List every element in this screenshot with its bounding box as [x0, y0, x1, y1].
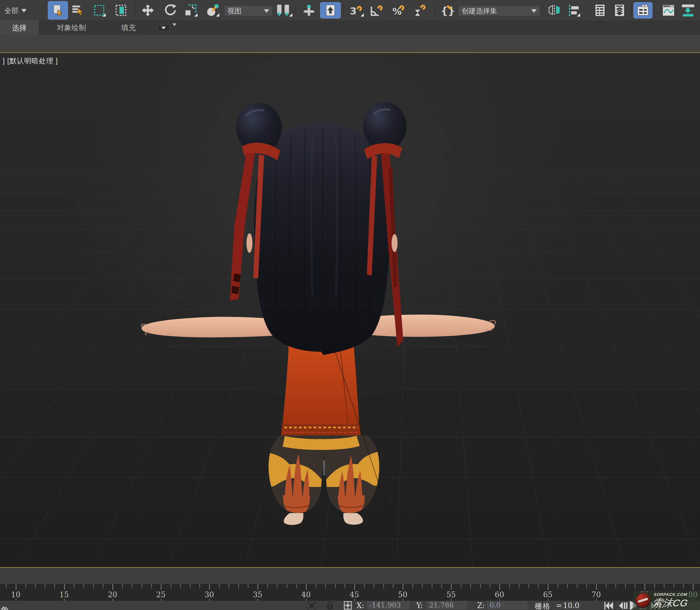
- select-by-name-button[interactable]: [71, 4, 84, 17]
- frame-major-tick-bottom: [451, 598, 452, 601]
- z-coordinate-field[interactable]: 0.0: [487, 601, 527, 609]
- frame-tick: [393, 584, 393, 588]
- frame-tick: [558, 584, 558, 588]
- frame-tick: [171, 584, 171, 588]
- frame-tick: [616, 584, 616, 588]
- selection-filter-dropdown[interactable]: 全部: [1, 5, 30, 16]
- z-label: Z:: [477, 601, 485, 610]
- absolute-mode-icon[interactable]: [343, 601, 352, 610]
- toolbar-separator: [296, 3, 296, 17]
- named-selection-sets-dropdown[interactable]: 创建选择集: [458, 5, 540, 16]
- frame-tick: [470, 584, 471, 588]
- frame-major-tick: [64, 584, 65, 590]
- frame-tick: [567, 584, 567, 588]
- frame-label: 50: [398, 591, 407, 599]
- angle-snap-toggle-button[interactable]: [369, 4, 385, 17]
- minimize-ribbon-button[interactable]: [158, 24, 170, 32]
- window-crossing-toggle-button[interactable]: [114, 4, 128, 17]
- frame-tick: [180, 584, 181, 588]
- rectangular-selection-region-button[interactable]: [92, 4, 106, 17]
- frame-tick: [683, 584, 684, 588]
- curve-editor-icon: [662, 4, 675, 17]
- main-toolbar: 全部: [0, 0, 700, 21]
- select-and-place-button[interactable]: [206, 4, 220, 17]
- frame-tick: [577, 584, 577, 588]
- selection-filter-label: 全部: [4, 6, 18, 15]
- select-object-button[interactable]: [48, 1, 68, 19]
- frame-major-tick-bottom: [596, 598, 597, 601]
- toolbar-separator: [343, 3, 344, 17]
- rectangular-selection-icon: [93, 4, 105, 16]
- mirror-button[interactable]: [547, 4, 561, 17]
- frame-tick: [325, 584, 326, 588]
- frame-major-tick-bottom: [258, 598, 258, 601]
- track-bar[interactable]: [0, 568, 700, 584]
- use-pivot-point-center-button[interactable]: [275, 4, 293, 17]
- frame-major-tick: [644, 584, 645, 590]
- percent-snap-toggle-button[interactable]: %: [392, 4, 406, 17]
- ribbon-options-caret[interactable]: [172, 26, 177, 31]
- frame-label: 70: [592, 591, 601, 599]
- select-by-name-icon: [72, 4, 84, 16]
- select-and-place-icon: [206, 4, 219, 17]
- viewport-shading-label[interactable]: ] [默认明暗处理 ]: [3, 56, 58, 66]
- edit-selection-sets-icon: {}: [441, 4, 454, 17]
- dock-download-button[interactable]: [680, 4, 696, 17]
- frame-major-tick-bottom: [112, 598, 113, 601]
- reference-coordinate-dropdown[interactable]: 视图: [224, 5, 273, 16]
- select-object-icon: [52, 4, 64, 16]
- curve-editor-button[interactable]: [662, 4, 675, 17]
- previous-frame-button[interactable]: [619, 601, 628, 610]
- select-and-rotate-button[interactable]: [163, 4, 177, 17]
- select-and-move-button[interactable]: [141, 4, 155, 17]
- keyboard-override-toggle-button[interactable]: [320, 2, 341, 18]
- left-cheek-sliver: [247, 233, 252, 253]
- snaps-toggle-3d-button[interactable]: 3: [349, 4, 364, 17]
- frame-label: 60: [495, 591, 504, 599]
- chevron-down-icon: [21, 9, 27, 13]
- status-bar: 象 X: -141.903 Y: 21.786 Z: 0.0 栅格 = 10.0: [0, 601, 700, 610]
- frame-major-tick: [693, 584, 694, 590]
- ribbon-toggle-button[interactable]: [634, 2, 652, 18]
- isolate-selection-icon[interactable]: [307, 601, 317, 610]
- frame-major-tick: [403, 584, 403, 590]
- waistband: [281, 424, 361, 435]
- watermark-logo-icon: [634, 592, 652, 608]
- frame-major-tick-bottom: [306, 598, 307, 601]
- reference-coordinate-label: 视图: [228, 6, 242, 16]
- frame-major-tick: [354, 584, 355, 590]
- spinner-snap-toggle-button[interactable]: [414, 4, 428, 17]
- perspective-viewport[interactable]: ] [默认明暗处理 ]: [0, 53, 700, 567]
- toggle-layer-explorer-button[interactable]: [613, 4, 626, 17]
- frame-major-tick: [16, 584, 16, 590]
- frame-label: 30: [205, 591, 214, 599]
- edit-named-selection-sets-button[interactable]: {}: [440, 4, 454, 17]
- align-button[interactable]: [567, 4, 580, 17]
- chevron-down-icon: [172, 23, 177, 31]
- ribbon-toggle-icon: [637, 4, 649, 17]
- svg-text:3: 3: [350, 5, 357, 17]
- frame-tick: [35, 584, 36, 588]
- frame-tick: [374, 584, 374, 588]
- toolbar-separator: [135, 3, 136, 17]
- frame-major-tick: [258, 584, 258, 590]
- go-to-start-button[interactable]: [604, 601, 613, 610]
- tab-select[interactable]: 选择: [0, 21, 38, 35]
- tab-object-paint[interactable]: 对象绘制: [50, 21, 93, 35]
- mirror-icon: [548, 4, 561, 17]
- frame-major-tick-bottom: [499, 598, 500, 601]
- selection-lock-icon[interactable]: [326, 601, 334, 610]
- select-and-manipulate-button[interactable]: [302, 4, 316, 17]
- dock-download-icon: [681, 4, 695, 17]
- y-coordinate-field[interactable]: 21.786: [426, 601, 467, 609]
- frame-tick: [529, 584, 529, 588]
- timeline-ruler[interactable]: 10 15 20 25 30 35 40 45 50 55 60 65 70 7…: [0, 584, 700, 601]
- tab-populate[interactable]: 填充: [115, 21, 142, 35]
- playback-separator: [615, 598, 615, 610]
- frame-tick: [432, 584, 432, 588]
- toggle-scene-explorer-button[interactable]: [593, 4, 607, 17]
- x-coordinate-field[interactable]: -141.903: [367, 601, 409, 609]
- toolbar-separator: [631, 3, 632, 17]
- frame-tick: [229, 584, 229, 588]
- select-and-scale-button[interactable]: [184, 4, 198, 17]
